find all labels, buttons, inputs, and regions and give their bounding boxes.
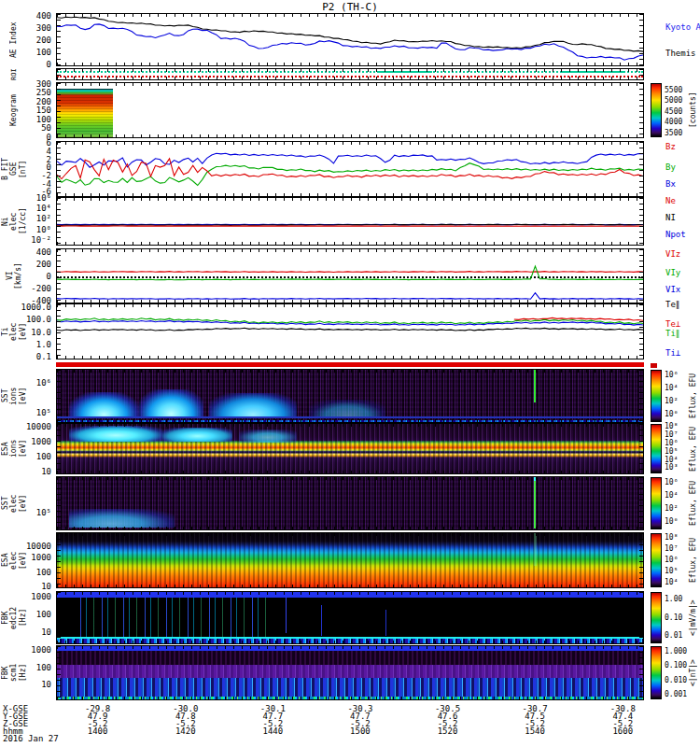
roi-flag-line-teal xyxy=(57,71,643,73)
colorbar-ticks: 10⁸10⁷10⁶10⁵10⁴ xyxy=(664,532,690,588)
legend-label: Bx xyxy=(665,179,676,189)
tick-label: 10⁰ xyxy=(665,517,678,526)
spectrogram-blob xyxy=(139,389,203,417)
series-vix xyxy=(57,293,643,300)
spectrogram-blob xyxy=(69,509,175,528)
axis-row-hhmm: hhmm1400142014401500152015401600 xyxy=(0,726,700,734)
y-axis-label: ROI xyxy=(0,68,28,80)
esa-electrons-spectrogram xyxy=(56,532,644,588)
fbk-scm1-colorbar xyxy=(651,646,662,699)
axis-row-x-gse: X-GSE-29.8-30.0-30.1-30.3-30.5-30.7-30.8 xyxy=(0,704,700,712)
bottom-speckle-strip xyxy=(57,697,643,699)
y-axis-label: ESA elec [eV] xyxy=(0,532,28,588)
tick-label: 1000 xyxy=(31,553,51,562)
colorbar-ticks: 10⁶10⁴10²10⁰ xyxy=(664,369,690,423)
tick-label: 10⁵ xyxy=(36,407,51,416)
colorbar-unit: <|mV/m|> xyxy=(687,591,698,644)
legend-label: By xyxy=(665,162,676,172)
tick-label: 100 xyxy=(36,568,51,577)
red-marker-square xyxy=(651,363,657,368)
panel-ae-index: AE Index 4003002001000 Kyoto AEThemis AE xyxy=(0,13,700,66)
axis-row-y-gse: Y-GSE47.947.847.747.747.647.547.4 xyxy=(0,712,700,719)
legend-label: Npot xyxy=(665,230,686,239)
tick-label: 10² xyxy=(36,214,51,223)
tick-label: 10⁶ xyxy=(36,192,51,202)
temperature-series-plot xyxy=(57,304,643,359)
panel-b-fit: B FIT GSE [nT] 6420-2-4-6 BzByBx xyxy=(0,141,700,197)
injection-line xyxy=(534,370,536,402)
tick-label: 10⁶ xyxy=(665,478,678,486)
tick-label: 0.1 xyxy=(36,352,51,361)
bfit-legend: BzByBx xyxy=(665,141,700,197)
colorbar-unit: <|nT|> xyxy=(687,645,698,700)
keogram-plot-area xyxy=(56,82,644,138)
series-viy xyxy=(57,266,643,280)
legend-label: Ti⊥ xyxy=(665,348,680,358)
panel-sst-ions: SST ions [eV] 10⁶10⁵ 10⁶10⁴10²10⁰ Eflux,… xyxy=(0,369,700,423)
colorbar-ticks: 55005000450040003500 xyxy=(664,82,690,138)
burst-streaks xyxy=(80,598,268,639)
tick-label: 0.010 xyxy=(665,676,687,684)
y-axis-label: VI [km/s] xyxy=(0,248,28,303)
tick-label: 0.001 xyxy=(665,690,687,698)
tick-label: 100 xyxy=(36,663,51,672)
spectrogram-blob xyxy=(239,430,298,443)
legend-label: VIy xyxy=(665,268,680,277)
legend-label: Ti∥ xyxy=(665,329,679,338)
tick-label: 4500 xyxy=(665,107,682,116)
spectrogram-blob xyxy=(69,426,162,442)
tick-label: 50 xyxy=(41,123,51,133)
axis-row-label: 2016 Jan 27 xyxy=(3,734,59,743)
roi-plot-area xyxy=(56,68,644,80)
axis-row-2016-jan-27: 2016 Jan 27 xyxy=(0,734,700,741)
legend-label: Bz xyxy=(665,142,676,151)
tick-label: 10² xyxy=(665,504,678,513)
tick-label: 10 xyxy=(41,680,51,689)
tick-label: 3500 xyxy=(665,129,682,137)
series-ti-perp xyxy=(57,320,643,325)
tick-label: 10⁴ xyxy=(665,456,678,464)
sst-electrons-spectrogram xyxy=(56,476,644,530)
y-axis-label: Ti elec [eV] xyxy=(0,303,28,359)
red-separator-bar xyxy=(56,362,644,367)
tick-label: -200 xyxy=(31,284,51,293)
tick-label: 10⁷ xyxy=(665,544,678,553)
y-axis-ticks: 10⁶10⁵ xyxy=(26,369,54,423)
tick-label: 100 xyxy=(36,48,51,57)
tick-label: 10⁷ xyxy=(665,430,678,439)
tick-label: 10⁶ xyxy=(36,378,51,388)
legend-label: NI xyxy=(665,213,676,222)
y-axis-ticks: 100010010 xyxy=(26,645,54,700)
legend-label: Te⊥ xyxy=(665,319,680,329)
y-axis-label: B FIT GSE [nT] xyxy=(0,141,28,197)
ae-plot-area xyxy=(56,13,644,66)
streak xyxy=(385,610,386,636)
y-axis-ticks: 6420-2-4-6 xyxy=(26,141,54,197)
series-bz xyxy=(57,159,643,179)
spectrogram-blob xyxy=(69,392,139,418)
series-viz xyxy=(57,272,643,273)
tick-label: 400 xyxy=(36,247,51,257)
spectrogram-blob xyxy=(309,400,385,417)
tick-label: 10⁸ xyxy=(665,422,678,430)
purple-band xyxy=(57,665,643,678)
spectrogram-blob xyxy=(162,428,232,442)
legend-label: Ne xyxy=(665,196,676,205)
tick-label: 10⁵ xyxy=(665,447,678,456)
tick-label: 200 xyxy=(36,260,51,269)
series-ni xyxy=(57,224,643,225)
cyan-line xyxy=(57,637,643,639)
y-axis-label: SST ions [eV] xyxy=(0,369,28,423)
tick-label: 0.10 xyxy=(665,613,682,622)
tick-label: 10⁶ xyxy=(665,556,678,564)
y-axis-label: FBK scm1 [Hz] xyxy=(0,645,28,700)
esa-ions-spectrogram xyxy=(56,423,644,474)
tick-label: 10⁴ xyxy=(36,203,51,212)
tick-label: 1.000 xyxy=(665,647,687,655)
tick-label: 1000.0 xyxy=(21,303,51,312)
panel-temperature: Ti elec [eV] 1000.0100.010.01.00.1 Te∥Te… xyxy=(0,303,700,359)
bottom-axis-annotations: X-GSE-29.8-30.0-30.1-30.3-30.5-30.7-30.8… xyxy=(0,704,700,747)
series-by xyxy=(57,163,643,186)
colorbar-unit: Eflux, EFU xyxy=(687,369,698,423)
colorbar-ticks: 1.0000.1000.0100.001 xyxy=(664,645,690,700)
